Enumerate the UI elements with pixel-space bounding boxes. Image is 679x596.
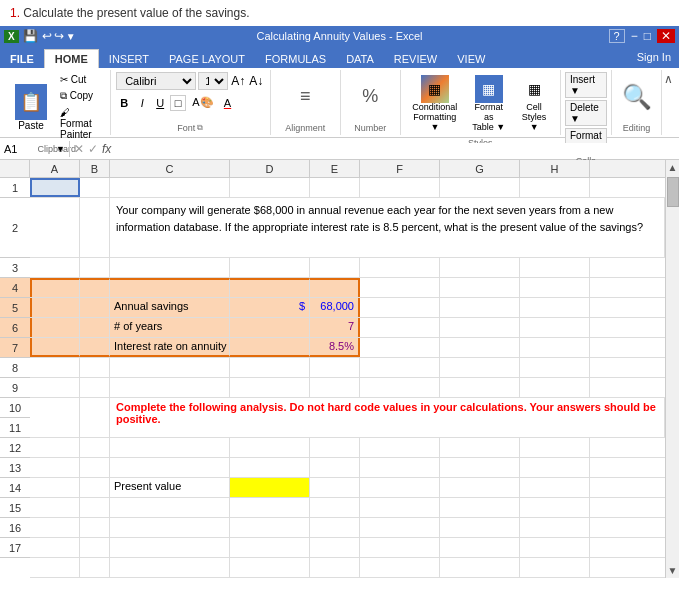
cell-a6[interactable] bbox=[30, 318, 80, 337]
cell-d8[interactable] bbox=[230, 358, 310, 377]
undo-icon[interactable]: ↩ bbox=[42, 29, 52, 43]
cell-h3[interactable] bbox=[520, 258, 590, 277]
cell-a13[interactable] bbox=[30, 478, 80, 497]
cell-f3[interactable] bbox=[360, 258, 440, 277]
cell-e5[interactable]: 68,000 bbox=[310, 298, 360, 317]
col-header-d[interactable]: D bbox=[230, 160, 310, 177]
cell-b9[interactable] bbox=[80, 378, 110, 397]
col-header-e[interactable]: E bbox=[310, 160, 360, 177]
tab-formulas[interactable]: FORMULAS bbox=[255, 50, 336, 68]
cell-c7[interactable]: Interest rate on annuity bbox=[110, 338, 230, 357]
cell-b7[interactable] bbox=[80, 338, 110, 357]
cell-g13[interactable] bbox=[440, 478, 520, 497]
border-button[interactable]: □ bbox=[170, 95, 186, 111]
cell-f16[interactable] bbox=[360, 538, 440, 557]
tab-data[interactable]: DATA bbox=[336, 50, 384, 68]
cell-c2-merged[interactable]: Your company will generate $68,000 in an… bbox=[110, 198, 665, 258]
tab-file[interactable]: FILE bbox=[0, 50, 44, 68]
cell-g12[interactable] bbox=[440, 458, 520, 477]
cell-h16[interactable] bbox=[520, 538, 590, 557]
cell-h11[interactable] bbox=[520, 438, 590, 457]
cell-g15[interactable] bbox=[440, 518, 520, 537]
cell-e17[interactable] bbox=[310, 558, 360, 577]
cell-e6[interactable]: 7 bbox=[310, 318, 360, 337]
cell-d16[interactable] bbox=[230, 538, 310, 557]
cut-button[interactable]: ✂ Cut bbox=[56, 72, 104, 87]
col-header-g[interactable]: G bbox=[440, 160, 520, 177]
vertical-scrollbar[interactable]: ▲ ▼ bbox=[665, 160, 679, 578]
tab-insert[interactable]: INSERT bbox=[99, 50, 159, 68]
cell-f17[interactable] bbox=[360, 558, 440, 577]
conditional-formatting-button[interactable]: ▦ ConditionalFormatting ▼ bbox=[407, 72, 463, 136]
cell-h6[interactable] bbox=[520, 318, 590, 337]
cell-f7[interactable] bbox=[360, 338, 440, 357]
redo-icon[interactable]: ↪ bbox=[54, 29, 64, 43]
cell-f6[interactable] bbox=[360, 318, 440, 337]
cell-f4[interactable] bbox=[360, 278, 440, 297]
cell-h9[interactable] bbox=[520, 378, 590, 397]
cell-b17[interactable] bbox=[80, 558, 110, 577]
formula-input[interactable] bbox=[115, 143, 679, 155]
cell-b12[interactable] bbox=[80, 458, 110, 477]
cell-h17[interactable] bbox=[520, 558, 590, 577]
cell-f1[interactable] bbox=[360, 178, 440, 197]
cell-h14[interactable] bbox=[520, 498, 590, 517]
cell-e16[interactable] bbox=[310, 538, 360, 557]
cell-a3[interactable] bbox=[30, 258, 80, 277]
cell-styles-button[interactable]: ▦ CellStyles ▼ bbox=[514, 72, 553, 136]
underline-button[interactable]: U bbox=[152, 95, 168, 111]
cell-a15[interactable] bbox=[30, 518, 80, 537]
cell-e7[interactable]: 8.5% bbox=[310, 338, 360, 357]
cell-c14[interactable] bbox=[110, 498, 230, 517]
cell-a8[interactable] bbox=[30, 358, 80, 377]
cell-a4[interactable] bbox=[30, 278, 80, 297]
cell-a5[interactable] bbox=[30, 298, 80, 317]
cell-c5[interactable]: Annual savings bbox=[110, 298, 230, 317]
cell-d7[interactable] bbox=[230, 338, 310, 357]
italic-button[interactable]: I bbox=[134, 95, 150, 111]
cell-a1[interactable] bbox=[30, 178, 80, 197]
cell-g9[interactable] bbox=[440, 378, 520, 397]
cell-d3[interactable] bbox=[230, 258, 310, 277]
cell-e4[interactable] bbox=[310, 278, 360, 297]
cell-g8[interactable] bbox=[440, 358, 520, 377]
cell-g7[interactable] bbox=[440, 338, 520, 357]
cell-e9[interactable] bbox=[310, 378, 360, 397]
minimize-button[interactable]: − bbox=[631, 29, 638, 43]
cell-c4[interactable] bbox=[110, 278, 230, 297]
customize-qat-icon[interactable]: ▼ bbox=[66, 31, 76, 42]
cell-g16[interactable] bbox=[440, 538, 520, 557]
cell-c11[interactable] bbox=[110, 438, 230, 457]
insert-function-icon[interactable]: fx bbox=[102, 142, 111, 156]
cell-e13[interactable] bbox=[310, 478, 360, 497]
confirm-formula-icon[interactable]: ✓ bbox=[88, 142, 98, 156]
copy-button[interactable]: ⧉ Copy bbox=[56, 88, 104, 104]
cell-h15[interactable] bbox=[520, 518, 590, 537]
cell-e14[interactable] bbox=[310, 498, 360, 517]
cell-c6[interactable]: # of years bbox=[110, 318, 230, 337]
cell-c3[interactable] bbox=[110, 258, 230, 277]
sign-in-link[interactable]: Sign In bbox=[629, 48, 679, 66]
cell-c16[interactable] bbox=[110, 538, 230, 557]
cell-g17[interactable] bbox=[440, 558, 520, 577]
cell-b14[interactable] bbox=[80, 498, 110, 517]
cell-h1[interactable] bbox=[520, 178, 590, 197]
font-expand-icon[interactable]: ⧉ bbox=[197, 123, 203, 133]
cell-c9[interactable] bbox=[110, 378, 230, 397]
cell-e12[interactable] bbox=[310, 458, 360, 477]
cell-d13[interactable] bbox=[230, 478, 310, 497]
cell-c1[interactable] bbox=[110, 178, 230, 197]
cell-g6[interactable] bbox=[440, 318, 520, 337]
cell-e3[interactable] bbox=[310, 258, 360, 277]
scroll-up-arrow[interactable]: ▲ bbox=[666, 160, 679, 175]
scroll-thumb[interactable] bbox=[667, 177, 679, 207]
cell-c10-merged[interactable]: Complete the following analysis. Do not … bbox=[110, 398, 665, 438]
col-header-c[interactable]: C bbox=[110, 160, 230, 177]
cell-d9[interactable] bbox=[230, 378, 310, 397]
close-button[interactable]: ✕ bbox=[657, 29, 675, 43]
cell-ref-dropdown-icon[interactable]: ▼ bbox=[56, 144, 65, 154]
cell-a7[interactable] bbox=[30, 338, 80, 357]
cell-f15[interactable] bbox=[360, 518, 440, 537]
decrease-font-icon[interactable]: A↓ bbox=[248, 73, 264, 89]
cell-b15[interactable] bbox=[80, 518, 110, 537]
